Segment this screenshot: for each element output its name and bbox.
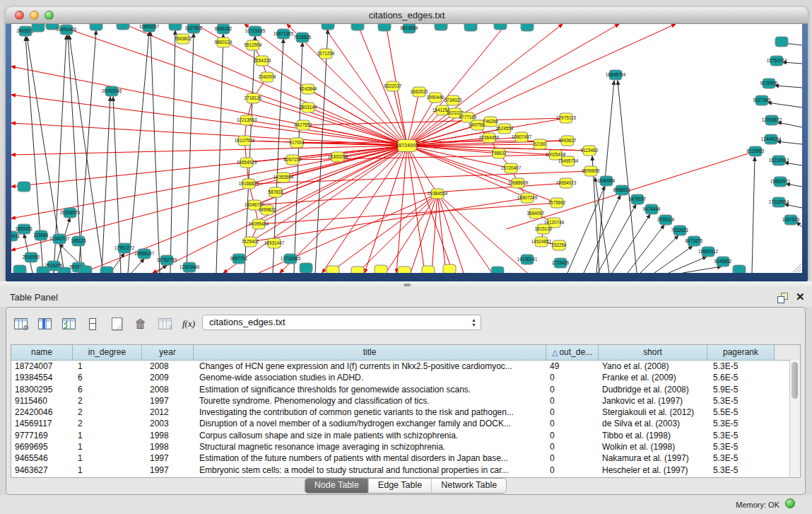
network-node[interactable]: 17957272: [114, 243, 135, 253]
network-node[interactable]: 7632621: [671, 226, 689, 235]
network-edge[interactable]: [11, 146, 407, 155]
network-node[interactable]: 9463627: [559, 136, 577, 146]
network-node[interactable]: 1640954: [598, 176, 616, 186]
network-node[interactable]: [464, 24, 477, 31]
network-edge[interactable]: [784, 163, 802, 165]
network-node[interactable]: [733, 265, 746, 273]
network-node[interactable]: 8322037: [384, 81, 402, 91]
network-node[interactable]: 7663822: [175, 34, 192, 44]
table-select-dropdown[interactable]: citations_edges.txt ▲▼: [202, 315, 481, 330]
network-edge[interactable]: [618, 81, 637, 273]
network-edge[interactable]: [628, 225, 664, 273]
network-node[interactable]: [521, 24, 534, 31]
network-node-hub[interactable]: 18724007: [396, 140, 418, 152]
network-node[interactable]: 917004: [289, 138, 305, 148]
network-node[interactable]: 9242844: [300, 84, 317, 94]
network-node[interactable]: 12923446: [180, 262, 200, 272]
column-header-short[interactable]: short: [599, 345, 707, 360]
network-node[interactable]: 1850051: [16, 224, 33, 234]
network-edge[interactable]: [259, 203, 557, 224]
network-node[interactable]: 9129996: [760, 78, 778, 88]
table-row[interactable]: 946554611997Estimation of the future num…: [11, 452, 800, 464]
delete-table-button[interactable]: 🗑: [131, 315, 151, 333]
network-node[interactable]: 15892971: [770, 177, 791, 187]
new-table-button[interactable]: [107, 315, 126, 333]
network-node[interactable]: 14136141: [517, 255, 538, 264]
table-scrollbar-thumb[interactable]: [792, 362, 798, 399]
network-node[interactable]: [775, 37, 788, 47]
network-edge[interactable]: [683, 267, 722, 273]
network-edge[interactable]: [250, 198, 527, 242]
network-node[interactable]: 2935114: [657, 215, 675, 225]
network-node[interactable]: 7625402: [242, 237, 259, 247]
network-node[interactable]: 17016504: [769, 197, 789, 207]
network-edge[interactable]: [598, 204, 636, 273]
network-edge[interactable]: [411, 194, 437, 273]
network-edge[interactable]: [329, 194, 437, 273]
network-node[interactable]: 10653257: [139, 24, 160, 32]
table-scrollbar[interactable]: [789, 360, 800, 477]
function-builder-button[interactable]: f(x): [179, 315, 199, 333]
network-node[interactable]: 1662615: [411, 87, 428, 97]
network-node[interactable]: 145123: [71, 236, 86, 246]
network-node[interactable]: 2803144: [300, 103, 317, 112]
network-node[interactable]: 18107553: [235, 136, 255, 146]
network-node[interactable]: 1571254: [317, 49, 335, 59]
network-node[interactable]: 2718126: [245, 93, 262, 103]
canvas-resize-grip[interactable]: [793, 264, 801, 272]
network-node[interactable]: 16958197: [134, 249, 155, 259]
network-node[interactable]: [443, 264, 456, 273]
network-node[interactable]: 8471676: [686, 236, 703, 246]
network-edge[interactable]: [315, 30, 328, 273]
network-edge[interactable]: [407, 146, 437, 194]
network-edge[interactable]: [654, 246, 693, 273]
network-edge[interactable]: [308, 89, 407, 146]
network-edge[interactable]: [432, 194, 437, 273]
network-edge[interactable]: [786, 184, 802, 187]
network-node[interactable]: 6734023: [445, 95, 462, 105]
network-node[interactable]: 9860124: [215, 37, 233, 47]
network-node[interactable]: 16671355: [273, 29, 294, 39]
network-node[interactable]: 16782759: [157, 255, 177, 265]
network-node[interactable]: 8813054: [401, 24, 418, 33]
network-edge[interactable]: [187, 33, 194, 273]
table-settings-button[interactable]: ⚙: [11, 315, 30, 333]
network-node[interactable]: 1499822: [259, 205, 276, 215]
network-edge[interactable]: [153, 146, 407, 273]
network-node[interactable]: 19654923: [556, 178, 577, 188]
network-node[interactable]: [37, 267, 49, 273]
network-edge[interactable]: [386, 194, 437, 273]
network-node[interactable]: [351, 24, 364, 30]
network-edge[interactable]: [102, 97, 110, 273]
column-header-indegree[interactable]: in_degree: [73, 345, 142, 360]
network-node[interactable]: 6466162: [215, 24, 233, 34]
network-node[interactable]: [90, 24, 102, 30]
divider-grip-icon[interactable]: [404, 284, 411, 286]
network-edge[interactable]: [407, 146, 453, 273]
network-node[interactable]: [300, 263, 312, 273]
network-node[interactable]: 12975115: [556, 113, 576, 123]
network-edge[interactable]: [283, 146, 407, 177]
network-node[interactable]: 6479197: [629, 194, 647, 204]
network-node[interactable]: [322, 24, 334, 30]
network-node[interactable]: 1167533: [782, 215, 800, 225]
network-node[interactable]: 1527602: [185, 24, 203, 33]
network-node[interactable]: [422, 266, 435, 273]
network-edge[interactable]: [407, 24, 676, 146]
network-node[interactable]: 8215953: [747, 146, 765, 156]
network-edge[interactable]: [506, 151, 755, 229]
tab-edge-table[interactable]: Edge Table: [369, 479, 432, 493]
network-node[interactable]: 16210643: [769, 156, 789, 165]
network-node[interactable]: [491, 267, 504, 273]
network-node[interactable]: 2342004: [259, 72, 276, 82]
network-node[interactable]: [58, 267, 71, 273]
network-node[interactable]: 12093872: [762, 115, 782, 125]
network-node[interactable]: 10719185: [245, 26, 266, 36]
network-edge[interactable]: [131, 259, 144, 273]
network-node[interactable]: [117, 24, 129, 30]
network-node[interactable]: 19654925: [237, 158, 257, 168]
network-node[interactable]: [79, 266, 92, 273]
network-node[interactable]: 8427552: [295, 120, 312, 130]
table-row[interactable]: 911546021997Tourette syndrome. Phenomeno…: [11, 395, 800, 407]
network-edge[interactable]: [280, 146, 407, 273]
